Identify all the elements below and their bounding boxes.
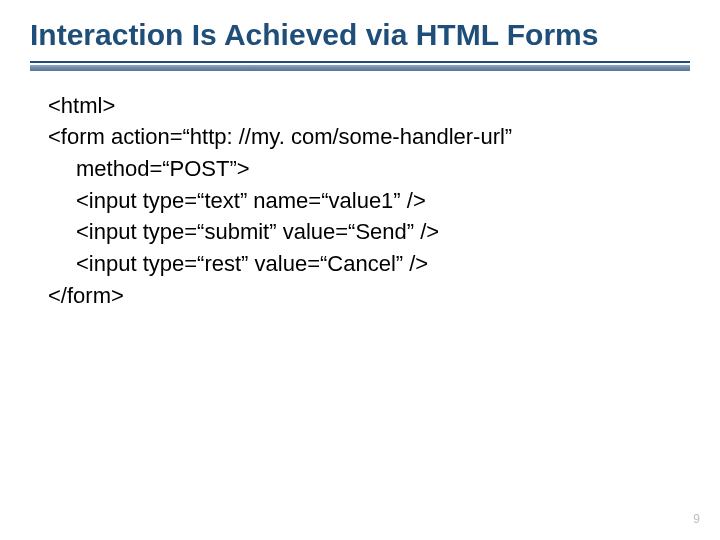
code-line-form-close: </form> — [48, 281, 690, 311]
body-area: <html> <form action=“http: //my. com/som… — [0, 71, 720, 311]
code-line-form-open-1: <form action=“http: //my. com/some-handl… — [48, 122, 690, 152]
code-line-input-submit: <input type=“submit” value=“Send” /> — [48, 217, 690, 247]
code-line-input-text: <input type=“text” name=“value1” /> — [48, 186, 690, 216]
title-rule — [30, 61, 690, 71]
code-line-form-open-2: method=“POST”> — [48, 154, 690, 184]
slide-title: Interaction Is Achieved via HTML Forms — [30, 18, 690, 53]
slide: Interaction Is Achieved via HTML Forms <… — [0, 0, 720, 540]
rule-thin — [30, 61, 690, 63]
code-line-html-open: <html> — [48, 91, 690, 121]
slide-number: 9 — [693, 512, 700, 526]
title-area: Interaction Is Achieved via HTML Forms — [0, 0, 720, 53]
code-line-input-rest: <input type=“rest” value=“Cancel” /> — [48, 249, 690, 279]
